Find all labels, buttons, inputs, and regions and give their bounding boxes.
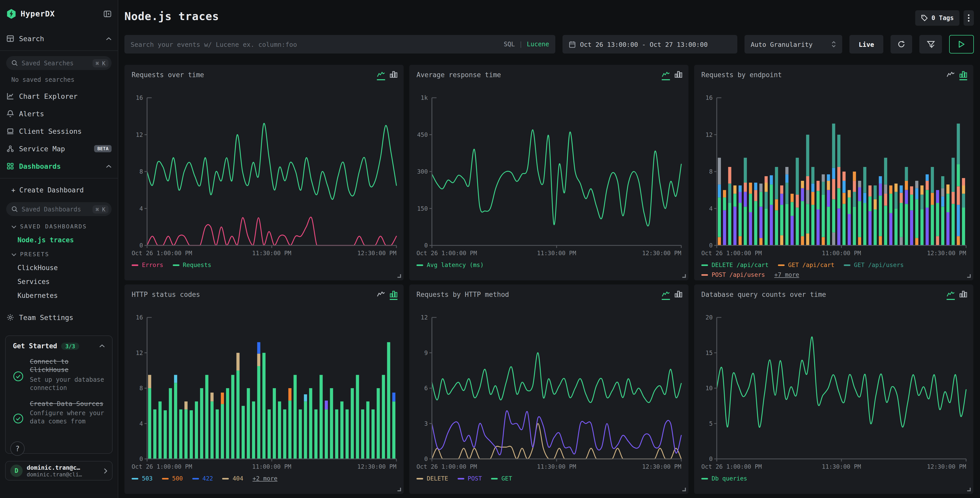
search-panel-icon [6,35,14,43]
bar-chart-toggle-icon[interactable] [390,71,398,79]
sidebar-item-label: Service Map [19,145,90,153]
filter-slash-icon [926,40,935,49]
legend-swatch [701,264,708,266]
get-started-title: Get Started [13,342,57,350]
legend-label: 404 [233,475,243,482]
granularity-select[interactable]: Auto Granularity [745,35,842,54]
legend-item[interactable]: DELETE [417,475,448,482]
sidebar-item-client-sessions[interactable]: Client Sessions [6,123,111,140]
gear-icon [6,313,14,322]
lucene-toggle[interactable]: Lucene [527,41,549,48]
saved-dashboards-input[interactable]: Saved Dashboards ⌘ K [6,202,111,216]
filter-button[interactable] [920,35,942,54]
line-chart-toggle-icon[interactable] [662,71,670,80]
saved-searches-input[interactable]: Saved Searches ⌘ K [6,56,111,70]
legend-item[interactable]: GET /api/users [844,261,904,268]
get-started-item-title: Connect to ClickHouse [30,358,107,374]
sql-toggle[interactable]: SQL [504,41,515,48]
get-started-item[interactable]: Create Data Sources Configure where your… [13,400,105,426]
legend-item[interactable]: 500 [162,475,183,482]
service-map-icon [6,145,14,153]
line-chart-toggle-icon[interactable] [662,290,670,300]
y-tick-label: 12 [705,131,713,138]
x-tick-label: Oct 26 1:00:00 PM [417,463,477,470]
sidebar-preset-services[interactable]: Services [18,278,111,286]
y-tick-label: 16 [705,94,713,101]
legend-item[interactable]: 422 [192,475,213,482]
line-chart-toggle-icon[interactable] [947,290,955,300]
user-email: dominic.tran@cli… [27,471,100,477]
line-chart-toggle-icon[interactable] [377,290,385,299]
get-started-item[interactable]: Connect to ClickHouse Set up your databa… [13,358,105,392]
legend-item[interactable]: GET /api/cart [778,261,835,268]
bar-chart-toggle-icon[interactable] [959,290,967,299]
legend-item[interactable]: POST /api/users [701,271,765,278]
legend-item[interactable]: DELETE /api/cart [701,261,769,268]
sidebar-item-dashboards[interactable]: Dashboards [6,157,111,175]
legend-more-link[interactable]: +7 more [774,271,799,278]
line-chart-toggle-icon[interactable] [947,71,955,79]
divider [0,50,118,51]
x-tick-label: 11:30:00 PM [537,249,576,257]
legend-label: 503 [142,475,153,482]
sidebar-preset-kubernetes[interactable]: Kubernetes [18,292,111,299]
sidebar-collapse-icon[interactable] [103,10,111,18]
line-chart-toggle-icon[interactable] [377,71,385,80]
user-account-button[interactable]: D dominic.tran@c… dominic.tran@cli… [5,461,113,480]
sidebar-item-team-settings[interactable]: Team Settings [6,309,111,326]
resize-handle-icon[interactable] [398,488,401,491]
sidebar-preset-clickhouse[interactable]: ClickHouse [18,264,111,271]
sidebar-dashboard-nodejs-traces[interactable]: Node.js traces [18,236,111,244]
y-tick-label: 16 [136,314,143,321]
y-tick-label: 4 [139,205,143,212]
resize-handle-icon[interactable] [967,274,971,278]
legend-item[interactable]: POST [457,475,482,482]
bar-chart-toggle-icon[interactable] [959,71,967,80]
y-tick-label: 150 [417,205,428,212]
legend-label: GET /api/cart [788,261,835,268]
resize-handle-icon[interactable] [682,488,686,491]
tags-button[interactable]: 0 Tags [915,10,959,26]
date-range-picker[interactable]: Oct 26 13:00:00 - Oct 27 13:00:00 [563,35,737,54]
chart-legend: DELETE /api/cartGET /api/cartGET /api/us… [701,261,966,278]
run-query-button[interactable] [949,35,974,54]
chart-legend: Db queries [701,475,966,482]
legend-item[interactable]: Requests [172,261,211,268]
resize-handle-icon[interactable] [682,274,686,278]
help-button[interactable]: ? [10,441,25,456]
saved-dashboards-section-header[interactable]: SAVED DASHBOARDS [11,223,111,230]
resize-handle-icon[interactable] [398,274,401,278]
legend-item[interactable]: Avg latency (ms) [417,261,484,268]
legend-item[interactable]: Errors [132,261,163,268]
sidebar-item-service-map[interactable]: Service Map BETA [6,140,111,157]
sidebar-item-alerts[interactable]: Alerts [6,105,111,123]
bar-chart-toggle-icon[interactable] [675,290,682,299]
more-menu-button[interactable] [964,10,974,26]
legend-more-link[interactable]: +2 more [253,475,277,482]
legend-item[interactable]: 503 [132,475,153,482]
refresh-button[interactable] [891,35,912,54]
live-button[interactable]: Live [850,35,883,54]
presets-section-header[interactable]: PRESETS [11,251,111,258]
legend-swatch [778,264,784,266]
bar-chart-toggle-icon[interactable] [390,290,398,300]
page-header: Node.js traces 0 Tags [124,10,974,26]
chart-plot: 20151050 [694,284,973,494]
chevron-up-icon[interactable] [99,344,105,348]
legend-label: Avg latency (ms) [427,261,484,268]
legend-item[interactable]: GET [491,475,512,482]
create-dashboard-button[interactable]: + Create Dashboard [6,183,111,197]
resize-handle-icon[interactable] [967,488,971,491]
legend-item[interactable]: Db queries [701,475,747,482]
x-tick-label: Oct 26 1:00:00 PM [132,463,192,470]
chart-card-http-status-codes: HTTP status codes 1612840 Oct 26 1:00:00… [124,284,404,494]
sidebar-item-chart-explorer[interactable]: Chart Explorer [6,88,111,105]
chevron-up-icon [106,37,111,40]
sidebar-item-search[interactable]: Search [6,30,111,47]
event-search-input[interactable]: Search your events w/ Lucene ex. column:… [124,35,555,54]
legend-item[interactable]: 404 [223,475,243,482]
y-tick-label: 1k [421,94,428,101]
legend-swatch [172,264,179,266]
bar-chart-toggle-icon[interactable] [675,71,682,79]
granularity-value: Auto Granularity [751,40,813,48]
